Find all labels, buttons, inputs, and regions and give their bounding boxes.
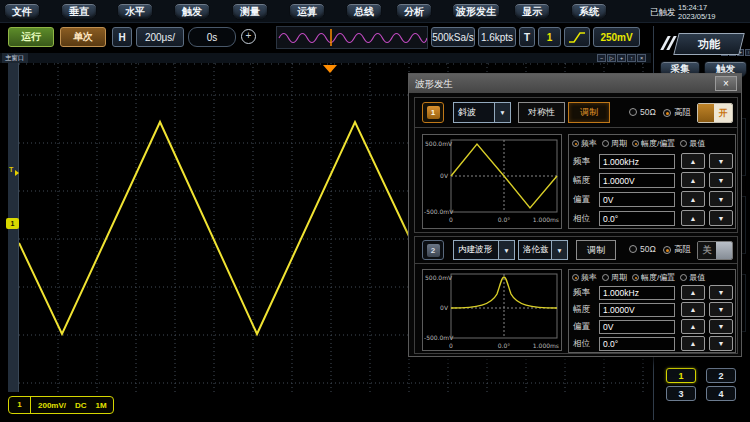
- decrease-button[interactable]: ▼: [709, 302, 733, 317]
- increase-button[interactable]: ▲: [681, 319, 705, 334]
- restore-icon[interactable]: ▷: [607, 54, 616, 62]
- increase-button[interactable]: ▲: [681, 285, 705, 300]
- ch2-wavemenu-dropdown[interactable]: 内建波形 ▼: [453, 240, 515, 260]
- ch2-mode-maxmin[interactable]: 最值: [680, 272, 705, 283]
- decrease-button[interactable]: ▼: [709, 172, 733, 188]
- memory-depth-button[interactable]: 1.6kpts: [478, 27, 516, 47]
- menu-horizontal[interactable]: 水平: [117, 3, 153, 20]
- down-arrow-icon: ▼: [718, 323, 725, 330]
- ch2-impedance-50-radio[interactable]: 50Ω: [629, 244, 656, 254]
- menu-analyze[interactable]: 分析: [396, 3, 432, 20]
- ch1-offset-input[interactable]: 0V: [599, 192, 675, 207]
- ch2-key-button[interactable]: 2: [422, 240, 444, 260]
- menu-display[interactable]: 显示: [514, 3, 550, 20]
- main-window-tab[interactable]: 主窗口: [2, 53, 28, 63]
- minimize-icon[interactable]: −: [597, 54, 606, 62]
- ch1-mode-maxmin[interactable]: 最值: [680, 138, 705, 149]
- down-arrow-icon: ▼: [718, 340, 725, 347]
- ch1-wavetype-dropdown[interactable]: 斜波 ▼: [453, 102, 511, 123]
- menu-file[interactable]: 文件: [4, 3, 40, 20]
- menu-system[interactable]: 系统: [571, 3, 607, 20]
- increase-button[interactable]: ▲: [681, 191, 705, 207]
- sample-rate-button[interactable]: 500kSa/s: [431, 27, 475, 47]
- dock-icon[interactable]: ↑: [627, 54, 636, 62]
- ch2-settings-panel: 频率 周期 幅度/偏置 最值 频率 1.000kHz ▲ ▼ 幅度 1.0000…: [568, 269, 736, 353]
- ch2-wavetype-dropdown[interactable]: 洛伦兹 ▼: [518, 240, 568, 260]
- ch1-frequency-input[interactable]: 1.000kHz: [599, 154, 675, 169]
- softkey-3[interactable]: 3: [666, 386, 696, 401]
- ch2-offset-input[interactable]: 0V: [599, 320, 675, 334]
- dialog-title[interactable]: 波形发生: [409, 74, 741, 93]
- ch1-control-row: 1 斜波 ▼ 对称性 调制 50Ω 高阻 开: [415, 98, 737, 128]
- ch2-mode-amp-offset[interactable]: 幅度/偏置: [632, 272, 675, 283]
- increase-button[interactable]: ▲: [681, 336, 705, 351]
- timebase-overview-strip[interactable]: [276, 26, 428, 49]
- ch1-modulation-button[interactable]: 调制: [568, 102, 610, 123]
- decrease-button[interactable]: ▼: [709, 153, 733, 169]
- menu-wavegen[interactable]: 波形发生: [452, 3, 500, 20]
- channel1-badge[interactable]: 1 200mV/ DC 1M: [8, 396, 114, 414]
- trigger-position-marker[interactable]: [323, 65, 337, 73]
- trigger-level-marker[interactable]: T: [9, 166, 13, 173]
- ch2-frequency-input[interactable]: 1.000kHz: [599, 286, 675, 300]
- softkey-1[interactable]: 1: [666, 368, 696, 383]
- menu-vertical[interactable]: 垂直: [61, 3, 97, 20]
- ch2-impedance-hiz-radio[interactable]: 高阻: [663, 244, 691, 256]
- ch1-key-button[interactable]: 1: [422, 102, 444, 123]
- single-button[interactable]: 单次: [60, 27, 106, 47]
- softkey-2[interactable]: 2: [706, 368, 736, 383]
- ch2-phase-input[interactable]: 0.0°: [599, 337, 675, 351]
- channel1-position-marker[interactable]: 1: [6, 218, 19, 229]
- add-icon[interactable]: +: [617, 54, 626, 62]
- increase-button[interactable]: ▲: [681, 153, 705, 169]
- decrease-button[interactable]: ▼: [709, 285, 733, 300]
- close-icon[interactable]: ×: [637, 54, 646, 62]
- ch1-mode-amp-offset[interactable]: 幅度/偏置: [632, 138, 675, 149]
- ch1-amplitude-input[interactable]: 1.0000V: [599, 173, 675, 188]
- menu-bus[interactable]: 总线: [346, 3, 382, 20]
- menu-trigger[interactable]: 触发: [174, 3, 210, 20]
- toggle-knob: [716, 242, 732, 259]
- ch2-mode-period[interactable]: 周期: [602, 272, 627, 283]
- ch1-mode-frequency[interactable]: 频率: [572, 138, 597, 149]
- menu-math[interactable]: 运算: [289, 3, 325, 20]
- date-label: 2023/05/19: [678, 12, 716, 21]
- ch2-output-toggle[interactable]: 关: [697, 241, 733, 260]
- menu-measure[interactable]: 测量: [232, 3, 268, 20]
- horizontal-button[interactable]: H: [112, 27, 132, 47]
- ch1-phase-input[interactable]: 0.0°: [599, 211, 675, 226]
- ch1-output-toggle[interactable]: 开: [697, 103, 733, 123]
- increase-button[interactable]: ▲: [681, 210, 705, 226]
- decrease-button[interactable]: ▼: [709, 210, 733, 226]
- ch2-offset-row: 偏置 0V ▲ ▼: [569, 319, 735, 335]
- down-arrow-icon: ▼: [718, 289, 725, 296]
- trigger-position-field[interactable]: 0s: [188, 27, 236, 47]
- increase-button[interactable]: ▲: [681, 172, 705, 188]
- ch1-symmetry-button[interactable]: 对称性: [518, 102, 565, 123]
- ch1-impedance-hiz-radio[interactable]: 高阻: [663, 107, 691, 119]
- increase-button[interactable]: ▲: [681, 302, 705, 317]
- ch2-modulation-button[interactable]: 调制: [576, 240, 616, 260]
- channel1-trace: [19, 122, 415, 334]
- dock-icon[interactable]: ↑: [745, 49, 750, 56]
- trigger-t-button[interactable]: T: [519, 27, 535, 47]
- svg-text:-500.0mV: -500.0mV: [424, 334, 454, 341]
- decrease-button[interactable]: ▼: [709, 191, 733, 207]
- run-button[interactable]: 运行: [8, 27, 54, 47]
- trigger-source-button[interactable]: 1: [538, 27, 561, 47]
- softkey-4[interactable]: 4: [706, 386, 736, 401]
- timebase-button[interactable]: 200μs/: [136, 27, 184, 47]
- svg-text:500.0mV: 500.0mV: [425, 274, 453, 281]
- down-arrow-icon: ▼: [718, 306, 725, 313]
- ch1-mode-period[interactable]: 周期: [602, 138, 627, 149]
- trigger-slope-button[interactable]: [564, 27, 590, 47]
- ch2-amplitude-input[interactable]: 1.0000V: [599, 303, 675, 317]
- ch2-mode-frequency[interactable]: 频率: [572, 272, 597, 283]
- dialog-close-button[interactable]: ×: [715, 76, 737, 91]
- function-button[interactable]: 功能: [673, 33, 744, 55]
- zoom-plus-icon[interactable]: +: [241, 29, 256, 44]
- trigger-level-button[interactable]: 250mV: [593, 27, 640, 47]
- ch1-impedance-50-radio[interactable]: 50Ω: [629, 107, 656, 117]
- decrease-button[interactable]: ▼: [709, 319, 733, 334]
- decrease-button[interactable]: ▼: [709, 336, 733, 351]
